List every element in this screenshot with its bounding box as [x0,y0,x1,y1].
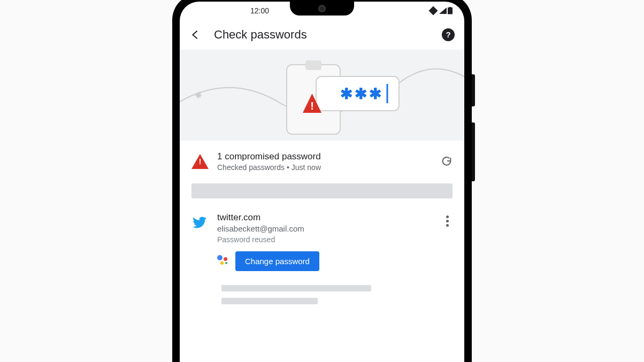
page-title: Check passwords [214,28,429,42]
summary-row: 1 compromised password Checked passwords… [180,141,464,179]
change-password-button[interactable]: Change password [235,251,319,271]
entry-email: elisabeckett@gmail.com [217,224,432,233]
phone-side-button [472,74,475,106]
more-options-button[interactable] [442,212,453,271]
entry-site: twitter.com [217,212,432,223]
placeholder-line [221,285,371,291]
refresh-button[interactable] [441,156,453,167]
placeholder-line [221,298,318,304]
svg-rect-1 [305,60,321,70]
battery-icon [448,7,453,14]
hero-illustration: ✱✱✱ ! [180,50,464,141]
phone-screen: 12:00 Check passwords ? [180,2,464,363]
phone-notch [290,2,354,16]
placeholder-bar [191,183,453,198]
entry-status: Password reused [217,235,432,244]
back-button[interactable] [189,29,201,41]
phone-side-button [472,122,475,181]
summary-title: 1 compromised password [217,151,432,162]
assistant-icon [217,255,229,267]
summary-subtitle: Checked passwords • Just now [217,163,432,172]
phone-frame: 12:00 Check passwords ? [172,0,472,362]
app-bar: Check passwords ? [180,20,464,50]
signal-icon [439,7,447,14]
status-time: 12:00 [250,6,269,15]
svg-text:✱✱✱: ✱✱✱ [340,86,384,102]
svg-text:!: ! [310,100,314,112]
help-button[interactable]: ? [442,28,455,41]
warning-icon [191,154,209,169]
twitter-icon [191,214,208,230]
password-entry: twitter.com elisabeckett@gmail.com Passw… [180,198,464,271]
wifi-icon [429,6,438,15]
